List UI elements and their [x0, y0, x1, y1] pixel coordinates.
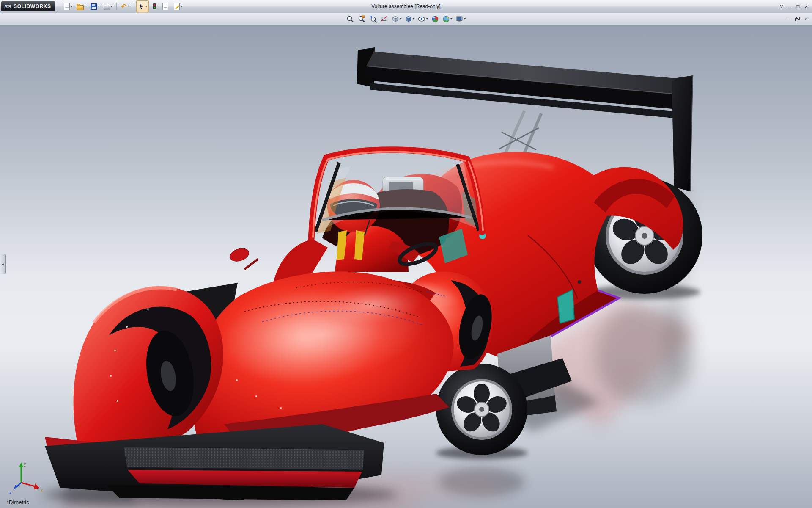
heads-up-bar: ▾ ▾ ▾: [0, 13, 812, 25]
open-button[interactable]: ▾: [75, 0, 88, 12]
chevron-down-icon[interactable]: ▾: [145, 5, 147, 8]
select-button[interactable]: ▾: [136, 0, 149, 12]
title-bar: ЗS SOLIDWORKS ▾ ▾ ▾ ▾ ↶ ▾: [0, 0, 812, 13]
zoom-to-area-icon: [358, 15, 366, 23]
section-view-icon: [381, 15, 388, 23]
view-settings-monitor-icon: [455, 15, 464, 23]
view-orientation-button[interactable]: ▾: [391, 14, 402, 24]
save-floppy-icon: [91, 3, 97, 10]
minimize-button[interactable]: –: [788, 3, 791, 10]
document-window-controls: – ×: [787, 13, 808, 25]
triad-y-label: y: [24, 462, 26, 467]
grille-mesh: [123, 447, 365, 470]
maximize-button[interactable]: □: [796, 3, 800, 10]
chevron-down-icon[interactable]: ▾: [111, 5, 112, 8]
display-style-cube-icon: [405, 15, 412, 22]
zoom-to-fit-icon: [346, 15, 354, 23]
triad-z-label: z: [9, 491, 11, 495]
save-button[interactable]: ▾: [88, 0, 102, 12]
view-orientation-cube-icon: [392, 15, 399, 22]
help-button[interactable]: ?: [780, 3, 783, 10]
eye-icon: [418, 15, 426, 23]
model-viewport-canvas: y x z: [0, 25, 812, 508]
file-properties-icon: [162, 3, 168, 10]
solidworks-logo: ЗS SOLIDWORKS: [1, 1, 55, 11]
rebuild-traffic-light-icon: [153, 3, 156, 9]
appearance-sphere-icon: [431, 15, 439, 23]
options-icon: [174, 3, 180, 10]
chevron-down-icon[interactable]: ▾: [84, 5, 86, 8]
brand-name: SOLIDWORKS: [14, 3, 51, 9]
rebuild-button[interactable]: [149, 0, 159, 12]
zoom-to-area-button[interactable]: [357, 14, 367, 24]
3ds-logo-mark: ЗS: [4, 3, 11, 10]
view-orientation-label: *Dimetric: [7, 499, 29, 505]
select-cursor-icon: [138, 3, 145, 10]
hide-show-items-button[interactable]: ▾: [417, 14, 429, 24]
chevron-down-icon[interactable]: ▾: [181, 5, 183, 8]
apply-scene-button[interactable]: ▾: [442, 14, 453, 24]
print-button[interactable]: ▾: [102, 0, 114, 12]
toolbar-separator: [134, 3, 134, 10]
chevron-down-icon[interactable]: ▾: [413, 17, 414, 21]
chevron-down-icon[interactable]: ▾: [464, 17, 466, 21]
document-title: Voiture assemblee [Read-only]: [371, 0, 440, 13]
undo-arrow-icon: ↶: [121, 3, 128, 10]
display-style-button[interactable]: ▾: [404, 14, 415, 24]
close-button[interactable]: ×: [804, 3, 808, 10]
triad-x-label: x: [41, 488, 43, 493]
edit-appearance-button[interactable]: [431, 14, 440, 24]
section-view-button[interactable]: [380, 14, 389, 24]
chevron-down-icon[interactable]: ▾: [71, 5, 73, 8]
doc-restore-button[interactable]: [795, 17, 800, 21]
previous-view-icon: [369, 15, 377, 23]
chevron-down-icon[interactable]: ▾: [128, 5, 130, 8]
previous-view-button[interactable]: [368, 14, 378, 24]
rear-left-wheel: [436, 364, 527, 455]
undo-button[interactable]: ↶ ▾: [119, 0, 132, 12]
chevron-down-icon[interactable]: ▾: [98, 5, 100, 8]
open-folder-icon: [77, 5, 84, 10]
graphics-viewport[interactable]: y x z *Dimetric: [0, 25, 812, 508]
print-icon: [104, 6, 110, 10]
file-properties-button[interactable]: [160, 0, 171, 12]
chevron-down-icon[interactable]: ▾: [450, 17, 452, 21]
toolbar-separator: [116, 3, 117, 10]
heads-up-view-toolbar: ▾ ▾ ▾: [346, 13, 466, 25]
zoom-to-fit-button[interactable]: [346, 14, 355, 24]
doc-minimize-button[interactable]: –: [787, 16, 790, 22]
options-button[interactable]: ▾: [171, 0, 184, 12]
new-document-button[interactable]: ▾: [61, 0, 74, 12]
main-toolbar: ▾ ▾ ▾ ▾ ↶ ▾: [61, 0, 184, 12]
featuremanager-collapsed-tab[interactable]: ◂: [0, 254, 6, 274]
doc-close-button[interactable]: ×: [805, 16, 808, 22]
new-document-icon: [64, 3, 70, 10]
window-controls: ? – □ ×: [780, 0, 808, 13]
solidworks-window: ЗS SOLIDWORKS ▾ ▾ ▾ ▾ ↶ ▾: [0, 0, 812, 508]
chevron-down-icon[interactable]: ▾: [400, 17, 401, 21]
view-settings-button[interactable]: ▾: [455, 14, 466, 24]
scene-sphere-icon: [442, 15, 450, 23]
chevron-down-icon[interactable]: ▾: [426, 17, 428, 21]
